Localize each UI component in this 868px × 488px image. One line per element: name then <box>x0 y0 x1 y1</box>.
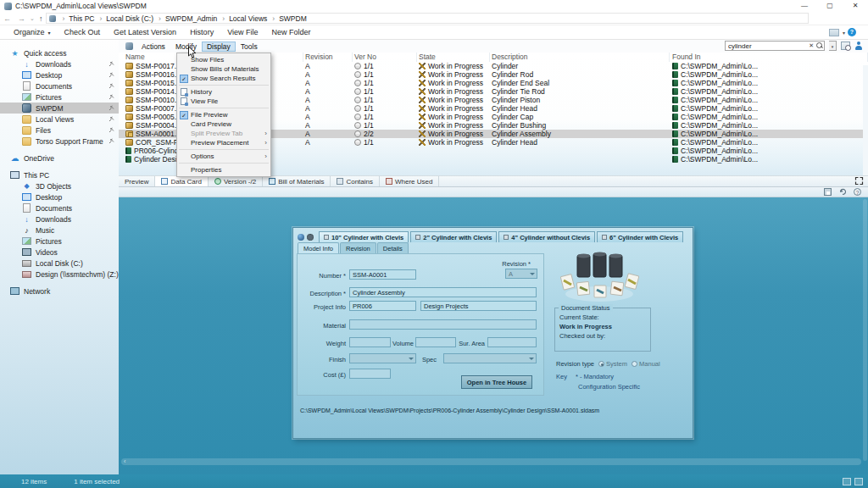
change-view-icon[interactable] <box>829 29 839 36</box>
sidebar-item[interactable]: Local Views <box>0 114 119 125</box>
column-header-foundin[interactable]: Found In <box>670 53 868 62</box>
breadcrumb[interactable]: This PCLocal Disk (C:)SWPDM_AdminLocal V… <box>46 13 809 24</box>
preview-tab[interactable]: Where Used <box>380 176 439 186</box>
material-field[interactable] <box>349 319 537 330</box>
toolbar-button[interactable]: Get Latest Version <box>114 28 176 36</box>
sidebar-item[interactable]: OneDrive <box>0 152 119 164</box>
breadcrumb-item[interactable]: Local Disk (C:) <box>95 14 154 23</box>
preview-vertical-scrollbar[interactable] <box>863 199 867 461</box>
breadcrumb-item[interactable]: This PC <box>58 14 95 23</box>
revision-select[interactable]: A <box>505 269 537 279</box>
column-header-description[interactable]: Description <box>490 53 670 62</box>
revision-type-system[interactable]: System <box>598 360 627 368</box>
sidebar-item[interactable]: Pictures <box>0 92 119 103</box>
preview-horizontal-scrollbar[interactable]: ‹ <box>121 458 861 465</box>
sidebar-item[interactable]: Local Disk (C:) <box>0 258 119 269</box>
sidebar-item[interactable]: Desktop <box>0 191 119 202</box>
spec-select[interactable] <box>443 353 537 363</box>
thumbnail-view-icon[interactable] <box>854 478 863 485</box>
toolbar-button[interactable]: Check Out <box>64 28 101 36</box>
help-icon[interactable]: ? <box>848 28 856 36</box>
toolbar-button[interactable]: History <box>190 28 214 36</box>
sidebar-item[interactable]: This PC <box>0 169 119 180</box>
radio-manual[interactable] <box>632 361 637 367</box>
sidebar-item[interactable]: Documents <box>0 80 119 92</box>
description-field[interactable]: Cylinder Assembly <box>349 287 537 297</box>
preview-tab[interactable]: Preview <box>119 176 155 186</box>
breadcrumb-item[interactable]: SWPDM_Admin <box>154 14 218 23</box>
configuration-tab[interactable]: 6" Cylinder with Clevis <box>597 231 683 242</box>
menu-bar-item[interactable]: Modify <box>170 42 202 52</box>
card-tab[interactable]: Revision <box>340 242 376 253</box>
menu-item-properties[interactable]: Properties <box>177 165 270 175</box>
menu-item-show-search-results[interactable]: ✓Show Search Results <box>177 74 270 83</box>
sidebar-item[interactable]: Documents <box>0 202 119 214</box>
toolbar-button[interactable]: Organize <box>14 28 51 36</box>
sidebar-item[interactable]: Network <box>0 286 119 297</box>
back-icon[interactable]: ← <box>3 14 11 23</box>
configuration-tab[interactable]: 4" Cylinder without Clevis <box>498 231 595 242</box>
search-dropdown-icon[interactable]: ▾ <box>829 41 837 51</box>
volume-field[interactable] <box>415 337 456 347</box>
search-options-icon[interactable] <box>841 42 850 50</box>
up-icon[interactable]: ↑ <box>39 14 43 23</box>
clear-search-icon[interactable]: ✕ <box>807 42 815 49</box>
menu-item-split-preview-tab[interactable]: Split Preview Tab› <box>177 129 270 138</box>
toolbar-button[interactable]: New Folder <box>272 28 311 36</box>
recent-locations-icon[interactable]: ⌄ <box>30 15 35 22</box>
sidebar-item[interactable]: Music <box>0 225 119 236</box>
preview-tab[interactable]: Contains <box>331 176 380 186</box>
sidebar-item[interactable]: Downloads <box>0 58 119 69</box>
menu-item-options[interactable]: Options› <box>177 152 270 161</box>
preview-tab[interactable]: Bill of Materials <box>263 176 331 186</box>
file-list-scrollbar[interactable] <box>863 65 868 188</box>
menu-item-view-file[interactable]: View File <box>177 97 270 106</box>
sidebar-item[interactable]: Quick access <box>0 47 119 58</box>
sidebar-item[interactable]: Desktop <box>0 69 119 80</box>
menu-item-file-preview[interactable]: ✓File Preview <box>177 110 270 119</box>
gear-icon[interactable] <box>307 234 314 241</box>
menu-bar-item[interactable]: Tools <box>236 42 263 52</box>
breadcrumb-item[interactable]: SWPDM <box>268 14 307 23</box>
sidebar-item[interactable]: Files <box>0 125 119 136</box>
preview-tab[interactable]: Data Card <box>155 176 208 186</box>
sidebar-item[interactable]: Torso Support Frame <box>0 136 119 147</box>
revision-type-manual[interactable]: Manual <box>632 360 660 368</box>
forward-icon[interactable]: → <box>18 14 25 23</box>
menu-bar-item[interactable]: Actions <box>136 42 170 52</box>
preview-tab[interactable]: Version -/2 <box>209 176 263 186</box>
sidebar-item[interactable]: Design (\\ssmtechvm) (Z:) <box>0 269 119 280</box>
maximize-button[interactable]: ▢ <box>817 0 843 12</box>
menu-item-show-boms[interactable]: Show Bills of Materials <box>177 64 270 74</box>
undo-icon[interactable] <box>838 188 847 196</box>
breadcrumb-item[interactable]: Local Views <box>218 14 268 23</box>
details-view-icon[interactable] <box>843 478 851 485</box>
configuration-tab[interactable]: 10" Cylinder with Clevis <box>319 231 409 242</box>
cost-field[interactable] <box>349 369 391 379</box>
sur-area-field[interactable] <box>487 337 537 347</box>
project-code-field[interactable]: PR006 <box>349 301 416 311</box>
user-icon[interactable] <box>854 42 863 51</box>
column-header-verno[interactable]: Ver No <box>353 53 417 62</box>
open-in-tree-house-button[interactable]: Open in Tree House <box>461 375 532 389</box>
number-field[interactable]: SSM-A0001 <box>349 269 416 280</box>
column-header-revision[interactable]: Revision <box>303 53 353 62</box>
sidebar-item[interactable]: 3D Objects <box>0 180 119 191</box>
search-icon[interactable] <box>815 42 824 50</box>
fullscreen-icon[interactable] <box>854 176 864 186</box>
menu-item-card-preview[interactable]: Card Preview <box>177 119 270 129</box>
sidebar-item[interactable]: SWPDM <box>0 103 119 114</box>
sidebar-item[interactable]: Downloads <box>0 214 119 225</box>
menu-item-preview-placement[interactable]: Preview Placement› <box>177 138 270 147</box>
search-input[interactable] <box>726 42 807 50</box>
menu-item-history[interactable]: History <box>177 87 270 97</box>
radio-system[interactable] <box>598 361 604 367</box>
column-header-state[interactable]: State <box>417 53 490 62</box>
finish-select[interactable] <box>349 353 416 363</box>
project-name-field[interactable]: Design Projects <box>420 301 537 311</box>
card-tab[interactable]: Details <box>377 242 409 253</box>
sidebar-item[interactable]: Videos <box>0 247 119 258</box>
save-icon[interactable] <box>824 188 832 196</box>
globe-icon[interactable] <box>298 234 304 241</box>
toolbar-button[interactable]: View File <box>227 28 258 36</box>
